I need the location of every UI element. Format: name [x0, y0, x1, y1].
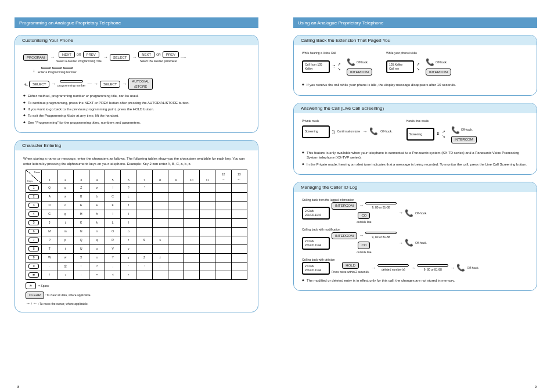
char-cell	[184, 253, 200, 262]
char-cell: r	[121, 236, 136, 244]
char-cell: /	[42, 271, 57, 279]
arrow-icon: →	[398, 241, 403, 246]
program-button[interactable]: PROGRAM	[23, 54, 48, 61]
co-button-2[interactable]: CO	[358, 242, 370, 249]
diag-header: Times Keys	[26, 170, 42, 184]
char-cell: E	[73, 201, 89, 210]
dial-key-8[interactable]: 8	[28, 246, 39, 251]
digit-key[interactable]	[63, 67, 73, 69]
offhook-label: Off-hook.	[415, 211, 427, 215]
char-cell	[200, 184, 215, 192]
char-cell: M	[42, 227, 57, 236]
char-cell: z	[89, 184, 105, 192]
table-row: 9WwXxYyZz	[26, 253, 247, 262]
dots-icon: ····	[87, 81, 92, 87]
ct-label: Confirmation tone	[337, 130, 360, 134]
prog-number-field[interactable]	[60, 80, 83, 82]
digit-key[interactable]	[52, 67, 62, 69]
char-cell: "	[136, 184, 152, 192]
intercom-button-2[interactable]: INTERCOM	[426, 69, 451, 75]
dial-key-0[interactable]: 0	[28, 264, 39, 269]
arrow-icon: →	[50, 55, 55, 60]
row-key-cell: 0	[26, 262, 42, 271]
branch-arrows: ↗↘	[416, 62, 420, 71]
intercom-button-5[interactable]: INTERCOM	[332, 232, 357, 239]
char-cell: Q	[73, 236, 89, 244]
clear-button[interactable]: CLEAR	[26, 292, 44, 299]
table-row: 3DdEeFf	[26, 201, 247, 210]
flow-row-1b: → Enter a Programming Number	[44, 67, 250, 74]
dial-key-6[interactable]: 6	[28, 229, 39, 234]
offhook-label: Off-hook.	[380, 130, 392, 134]
mod-field-2[interactable]	[365, 232, 397, 234]
char-cell	[152, 192, 168, 201]
dial-key-5[interactable]: 5	[28, 220, 39, 225]
char-cell	[136, 244, 152, 253]
mod-field-3[interactable]	[417, 264, 448, 267]
intercom-button-4[interactable]: INTERCOM	[332, 202, 357, 209]
hold-button[interactable]: HOLD	[342, 262, 359, 269]
handset-up-icon: 📞	[405, 238, 413, 248]
char-cell: s	[152, 236, 168, 244]
dial-key-4[interactable]: 4	[28, 211, 39, 217]
hash-key[interactable]: #	[26, 282, 36, 289]
char-cell: b	[89, 192, 105, 201]
flow-row-2: ↳ SELECT → programming number ···· → SEL…	[23, 78, 250, 90]
dial-key-3[interactable]: 3	[28, 203, 39, 208]
char-cell	[168, 236, 184, 244]
digit-key[interactable]	[41, 67, 51, 69]
intercom-button-3[interactable]: INTERCOM	[451, 136, 477, 143]
char-cell: C	[105, 192, 121, 201]
dial-key-9[interactable]: 9	[28, 255, 39, 260]
select-button[interactable]: SELECT	[110, 54, 130, 61]
char-cell	[200, 210, 215, 218]
display-hands: Screening	[406, 128, 434, 141]
char-entering-lead: When storing a name or message, enter th…	[23, 156, 250, 166]
autodial-button[interactable]: AUTODIAL /STORE	[128, 78, 153, 90]
deleted-field[interactable]	[377, 264, 409, 267]
dial-key-2[interactable]: 2	[28, 194, 39, 199]
display-private: Screening	[302, 125, 330, 138]
th: 8	[152, 170, 168, 184]
left-blue-bar: Programming an Analogue Proprietary Tele…	[15, 17, 258, 28]
char-cell	[231, 271, 247, 279]
handset-up-icon: 📞	[451, 125, 460, 135]
co-button[interactable]: CO	[358, 212, 370, 219]
handset-up-icon: 📞	[456, 263, 465, 273]
char-cell	[168, 192, 184, 201]
char-cell: ?	[89, 262, 105, 271]
char-cell: R	[105, 236, 121, 244]
mod-field[interactable]	[365, 202, 397, 204]
char-cell: k	[89, 218, 105, 227]
char-cell	[168, 201, 184, 210]
table-row: 0.空!?,':;	[26, 262, 247, 271]
dial-key-✱[interactable]: ✱	[28, 272, 39, 278]
intercom-button[interactable]: INTERCOM	[347, 69, 372, 75]
prev-button[interactable]: PREV	[83, 51, 99, 58]
prev-button-2[interactable]: PREV	[163, 51, 179, 58]
char-cell	[168, 218, 184, 227]
char-cell: <	[105, 271, 121, 279]
dial-key-7[interactable]: 7	[28, 238, 39, 243]
r3-flow-2: 2:Clark 2014311144 INTERCOM → 9, 80 or 8…	[302, 232, 528, 254]
char-table: Times Keys 1 2 3 4 5 6 7 8	[26, 170, 247, 280]
next-button[interactable]: NEXT	[59, 51, 75, 58]
table-row: 6MmNnOo	[26, 227, 247, 236]
arrow-icon: →	[51, 82, 56, 87]
handset-up-icon: 📞	[369, 127, 378, 136]
char-cell	[152, 184, 168, 192]
th: 13←	[231, 170, 247, 184]
arrow-icon: →	[359, 203, 364, 208]
char-cell	[200, 236, 215, 244]
select-button-2[interactable]: SELECT	[29, 81, 49, 88]
char-cell: K	[73, 218, 89, 227]
sel-prog-caption: Select a desired Programming Title	[56, 59, 102, 63]
voice-icon: ⠿	[332, 64, 335, 70]
char-cell: Z	[73, 184, 89, 192]
arrow-icon: →	[411, 266, 415, 271]
next-button-2[interactable]: NEXT	[138, 51, 154, 58]
left-bar-title: Programming an Analogue Proprietary Tele…	[19, 20, 121, 26]
dial-key-1[interactable]: 1	[28, 185, 39, 190]
display-idle: 105:Kelley Call me	[386, 60, 414, 73]
select-button-3[interactable]: SELECT	[100, 81, 120, 88]
